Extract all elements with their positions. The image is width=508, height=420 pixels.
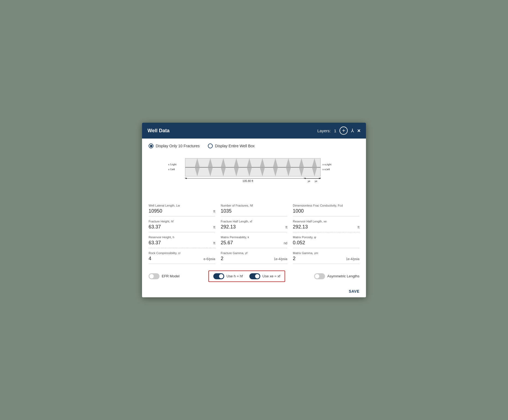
field-unit-6: ft (213, 241, 215, 245)
modal-footer: SAVE (142, 287, 366, 297)
modal-body: Display Only 10 Fractures Display Entire… (142, 139, 366, 287)
field-label-5: Reservoir Half Length, xe (293, 220, 359, 223)
svg-marker-21 (319, 178, 321, 179)
field-row-6: 63.37 ft (149, 240, 215, 246)
efr-toggle-knob (149, 274, 154, 278)
field-unit-3: ft (213, 225, 215, 229)
field-label-4: Fracture Half Length, xf (221, 220, 287, 223)
field-group-4: Fracture Half Length, xf 292.13 ft (221, 216, 287, 232)
field-label-10: Fracture Gamma, γf (221, 251, 287, 255)
field-group-9: Rock Compressibility, cr 4 e-6/psia (149, 248, 215, 264)
field-group-11: Matrix Gamma, γm 2 1e-4/psia (293, 248, 359, 264)
field-value-2: 1000 (293, 208, 358, 214)
header-right: Layers: 1 + ⅄ × (317, 127, 361, 135)
field-row-7: 25.67 nd (221, 240, 287, 246)
well-diagram: x f,right x f,left (149, 153, 359, 195)
field-value-6: 63.37 (149, 240, 212, 246)
field-row-5: 292.13 ft (293, 224, 359, 230)
field-row-8: 0.052 (293, 240, 359, 246)
modal-title: Well Data (147, 128, 170, 134)
field-unit-10: 1e-4/psia (274, 257, 287, 261)
asymmetric-toggle[interactable] (314, 273, 325, 279)
field-unit-9: e-6/psia (203, 257, 215, 261)
field-group-6: Reservoir Height, h 63.37 ft (149, 232, 215, 248)
ye-label2: ye (315, 180, 317, 183)
field-unit-4: ft (285, 225, 287, 229)
field-value-8: 0.052 (293, 240, 358, 246)
xe-right-label: x e,right (323, 163, 332, 166)
use-xe-toggle-item: Use xe = xf (249, 273, 280, 279)
field-group-8: Matrix Porosity, φ 0.052 (293, 232, 359, 248)
field-group-2: Dimensionless Frac Conductivity, Fcd 100… (293, 201, 359, 216)
radio-circle-2 (208, 143, 213, 148)
field-row-10: 2 1e-4/psia (221, 256, 287, 262)
field-label-0: Well Lateral Length, Lw (149, 204, 215, 207)
well-diagram-svg: x f,right x f,left (168, 153, 343, 183)
field-group-10: Fracture Gamma, γf 2 1e-4/psia (221, 248, 287, 264)
use-h-toggle-item: Use h = hf (213, 273, 243, 279)
layers-label: Layers: (317, 128, 331, 133)
svg-marker-15 (185, 178, 187, 179)
xf-right-label: x f,right (168, 163, 176, 166)
asymmetric-toggle-item: Asymmetric Lengths (314, 273, 359, 279)
field-unit-11: 1e-4/psia (346, 257, 359, 261)
xe-left-label: x e,left (323, 168, 330, 171)
efr-toggle[interactable] (149, 273, 160, 279)
field-label-6: Reservoir Height, h (149, 236, 215, 239)
field-group-7: Matrix Permeability, k 25.67 nd (221, 232, 287, 248)
use-h-toggle[interactable] (213, 273, 224, 279)
field-label-9: Rock Compressibility, cr (149, 251, 215, 255)
field-label-7: Matrix Permeability, k (221, 236, 287, 239)
field-group-0: Well Lateral Length, Lw 10950 ft (149, 201, 215, 216)
field-row-1: 1035 (221, 208, 287, 214)
field-value-5: 292.13 (293, 224, 356, 230)
field-label-2: Dimensionless Frac Conductivity, Fcd (293, 204, 359, 207)
field-unit-0: ft (213, 210, 215, 213)
efr-toggle-item: EFR Model (149, 273, 179, 279)
field-group-5: Reservoir Half Length, xe 292.13 ft (293, 216, 359, 232)
radio-option2[interactable]: Display Entire Well Box (208, 143, 255, 148)
modal-header: Well Data Layers: 1 + ⅄ × (142, 123, 366, 139)
field-value-7: 25.67 (221, 240, 282, 246)
field-value-4: 292.13 (221, 224, 284, 230)
filter-icon[interactable]: ⅄ (351, 128, 354, 134)
distance-label: 105.80 ft (243, 180, 253, 183)
field-value-3: 63.37 (149, 224, 212, 230)
layers-num: 1 (334, 128, 336, 133)
field-value-10: 2 (221, 256, 272, 262)
use-h-knob (219, 274, 223, 278)
field-label-3: Fracture Height, hf (149, 220, 215, 223)
field-label-1: Number of Fractures, Nf (221, 204, 287, 207)
use-xe-knob (255, 274, 259, 278)
save-button[interactable]: SAVE (349, 289, 359, 293)
well-data-modal: Well Data Layers: 1 + ⅄ × Display Only 1… (142, 123, 366, 297)
field-value-1: 1035 (221, 208, 286, 214)
field-label-11: Matrix Gamma, γm (293, 251, 359, 255)
field-row-11: 2 1e-4/psia (293, 256, 359, 262)
add-layer-button[interactable]: + (339, 127, 348, 135)
asymmetric-toggle-knob (315, 274, 319, 278)
field-group-1: Number of Fractures, Nf 1035 (221, 201, 287, 216)
radio-label-1: Display Only 10 Fractures (156, 144, 200, 148)
field-unit-5: ft (358, 225, 359, 229)
field-row-4: 292.13 ft (221, 224, 287, 230)
bottom-row: EFR Model Use h = hf Use xe = xf (149, 268, 359, 283)
use-h-label: Use h = hf (226, 274, 243, 278)
highlighted-box: Use h = hf Use xe = xf (208, 271, 285, 282)
fields-grid: Well Lateral Length, Lw 10950 ft Number … (149, 201, 359, 264)
field-row-3: 63.37 ft (149, 224, 215, 230)
asymmetric-label: Asymmetric Lengths (327, 274, 359, 278)
field-row-0: 10950 ft (149, 208, 215, 214)
radio-label-2: Display Entire Well Box (215, 144, 255, 148)
field-value-0: 10950 (149, 208, 212, 214)
radio-option1[interactable]: Display Only 10 Fractures (149, 143, 200, 148)
close-button[interactable]: × (357, 128, 361, 134)
field-row-2: 1000 (293, 208, 359, 214)
ye-label1: ye (308, 180, 310, 183)
svg-marker-20 (304, 178, 306, 179)
use-xe-toggle[interactable] (249, 273, 260, 279)
field-value-11: 2 (293, 256, 344, 262)
efr-label: EFR Model (162, 274, 179, 278)
use-xe-label: Use xe = xf (262, 274, 280, 278)
field-value-9: 4 (149, 256, 202, 262)
